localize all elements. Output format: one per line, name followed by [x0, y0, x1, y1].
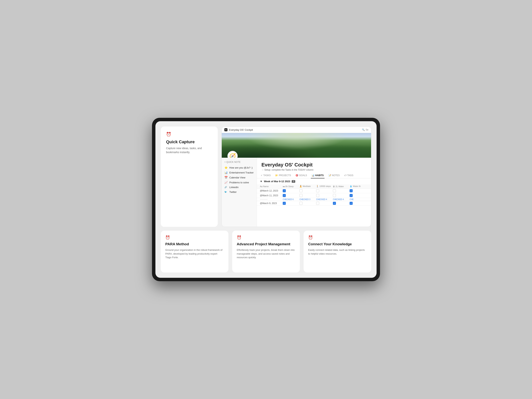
connect-knowledge-title: Connect Your Knowledge — [308, 242, 367, 246]
checkbox-empty-icon[interactable] — [299, 202, 303, 205]
compass-icon: 🧭 — [228, 151, 238, 158]
notion-page-breadcrumb: Everyday OS' Cockpit — [229, 128, 253, 131]
sleep-cell[interactable]: ✓ — [283, 189, 299, 192]
checkbox-empty-icon[interactable] — [333, 194, 336, 197]
week-count-badge: 7 — [292, 180, 295, 183]
waterth-cell[interactable]: ✓ — [350, 189, 366, 192]
sidebar-item-label: Twitter — [229, 190, 237, 193]
col-header-water: 🗑 2L Water — [333, 185, 350, 188]
notion-header: N Everyday OS' Cockpit 🔍 Se — [222, 127, 371, 133]
para-method-card: ⏰ PARA Method Ground your organization i… — [161, 231, 228, 272]
page-title: Everyday OS' Cockpit — [261, 162, 367, 168]
checkbox-checked-icon[interactable]: ✓ — [283, 194, 286, 197]
checkbox-checked-icon[interactable]: ✓ — [350, 189, 353, 192]
col-header-waterth: 💧 Water th — [350, 185, 366, 188]
para-title: PARA Method — [165, 242, 224, 246]
sidebar-item-how-are-you[interactable]: ⭐ How are you @Jo? :) — [222, 165, 257, 170]
tab-tags[interactable]: 🏷 TAGS — [343, 173, 354, 178]
trending-icon: 📈 — [224, 181, 228, 184]
tab-tasks[interactable]: ✓ TASKS — [260, 173, 271, 178]
tab-projects[interactable]: 📁 PROJECTS — [274, 173, 292, 178]
project-management-card: ⏰ Advanced Project Management Effortless… — [232, 231, 300, 272]
sleep-cell[interactable]: ✓ — [283, 194, 299, 197]
goals-target-icon: 🎯 — [295, 174, 298, 177]
checkbox-checked-icon[interactable]: ✓ — [350, 202, 353, 205]
sidebar-item-problems-to-solve[interactable]: 📈 Problems to solve — [222, 180, 257, 185]
sidebar-item-twitter[interactable]: 🐦 Twitter — [222, 190, 257, 194]
checkbox-empty-icon[interactable] — [316, 202, 319, 205]
notion-main-content: Everyday OS' Cockpit → Setup: complete t… — [257, 158, 371, 227]
notion-logo-icon: N — [224, 128, 228, 131]
habits-chart-icon: 📊 — [312, 174, 314, 177]
notion-tabs: ✓ TASKS 📁 PROJECTS 🎯 GOALS — [257, 173, 371, 178]
bottom-feature-cards: ⏰ PARA Method Ground your organization i… — [161, 231, 371, 272]
checkbox-empty-icon[interactable] — [299, 189, 303, 192]
waterth-cell[interactable]: ✓ — [350, 202, 366, 205]
notion-hero-image: 🧭 — [222, 133, 371, 158]
meditate-cell[interactable] — [299, 194, 316, 197]
tab-goals[interactable]: 🎯 GOALS — [295, 173, 308, 178]
table-row: @March 12, 2023 ✓ — [257, 189, 371, 193]
linkedin-icon: 🔗 — [224, 186, 228, 189]
checkbox-empty-icon[interactable] — [316, 194, 319, 197]
week-label: Week of Mar 6-12 2023 — [264, 180, 290, 183]
checkbox-empty-icon[interactable] — [299, 194, 303, 197]
checkbox-checked-icon[interactable]: ✓ — [333, 202, 336, 205]
meditate-cell[interactable] — [299, 189, 316, 192]
checked-meditate-label: CHECKED 3 — [299, 198, 316, 200]
sidebar-item-calendar-view[interactable]: 📅 Calendar View — [222, 175, 257, 180]
col-header-meditate: 🧘 Meditate — [299, 185, 316, 188]
notion-search[interactable]: 🔍 Se — [362, 128, 368, 131]
sleep-cell[interactable]: ✓ — [283, 202, 299, 205]
waterth-cell[interactable]: ✓ — [350, 194, 366, 197]
checkbox-empty-icon[interactable] — [333, 189, 336, 192]
habits-table: ▼ Week of Mar 6-12 2023 7 Aa Name 🛏 8h S… — [257, 178, 371, 227]
empty-cell — [260, 199, 283, 200]
quick-note-button[interactable]: + QUICK NOTE — [222, 160, 257, 164]
para-desc: Ground your organization in the robust f… — [165, 248, 224, 259]
meditate-cell[interactable] — [299, 202, 316, 205]
connect-knowledge-desc: Easily connect related data, such as lin… — [308, 248, 367, 256]
water-cell[interactable]: ✓ — [333, 202, 350, 205]
tags-label-icon: 🏷 — [344, 174, 347, 177]
checkbox-checked-icon[interactable]: ✓ — [283, 189, 286, 192]
tasks-checkmark-icon: ✓ — [261, 174, 263, 177]
sidebar-item-entertainment-tracker[interactable]: 📊 Entertainment Tracker — [222, 170, 257, 175]
checkbox-empty-icon[interactable] — [316, 189, 319, 192]
steps-cell[interactable] — [316, 202, 333, 205]
quick-capture-desc: Capture new ideas, tasks, and bookmarks … — [166, 146, 212, 154]
notion-panel: N Everyday OS' Cockpit 🔍 Se 🧭 — [222, 127, 371, 227]
calendar-icon: 📅 — [224, 176, 228, 179]
device-frame: ⏰ Quick Capture Capture new ideas, tasks… — [152, 118, 380, 281]
tab-notes[interactable]: 📝 NOTES — [328, 173, 341, 178]
connect-knowledge-icon: ⏰ — [308, 235, 367, 240]
star-icon: ⭐ — [224, 166, 228, 169]
quick-capture-icon: ⏰ — [166, 132, 212, 137]
water-cell[interactable] — [333, 194, 350, 197]
checked-waterth-label: CHE — [350, 198, 366, 200]
notion-content-area: + QUICK NOTE ⭐ How are you @Jo? :) 📊 Ent… — [222, 158, 371, 227]
device-screen: ⏰ Quick Capture Capture new ideas, tasks… — [155, 121, 377, 278]
steps-cell[interactable] — [316, 189, 333, 192]
checkbox-checked-icon[interactable]: ✓ — [283, 202, 286, 205]
quick-capture-card: ⏰ Quick Capture Capture new ideas, tasks… — [161, 127, 218, 227]
tab-habits[interactable]: 📊 HABITS — [311, 173, 324, 178]
sidebar-item-label: Entertainment Tracker — [229, 171, 254, 174]
top-row: ⏰ Quick Capture Capture new ideas, tasks… — [161, 127, 371, 227]
connect-knowledge-card: ⏰ Connect Your Knowledge Easily connect … — [304, 231, 371, 272]
table-row: @March 9, 2023 ✓ — [257, 201, 371, 206]
para-icon: ⏰ — [165, 235, 224, 240]
col-header-sleep: 🛏 8h Sleep — [283, 185, 299, 188]
col-header-steps: 🚶 10000 steps — [316, 185, 333, 188]
table-header-row: Aa Name 🛏 8h Sleep 🧘 Meditate 🚶 10000 st… — [257, 184, 371, 189]
table-row: @March 11, 2023 ✓ — [257, 193, 371, 198]
checkbox-checked-icon[interactable]: ✓ — [350, 194, 353, 197]
notion-header-left: N Everyday OS' Cockpit — [224, 128, 253, 131]
steps-cell[interactable] — [316, 194, 333, 197]
water-cell[interactable] — [333, 189, 350, 192]
sidebar-item-linkedin[interactable]: 🔗 Linkedin — [222, 185, 257, 190]
notion-sidebar: + QUICK NOTE ⭐ How are you @Jo? :) 📊 Ent… — [222, 158, 257, 227]
project-mgmt-title: Advanced Project Management — [237, 242, 295, 246]
date-cell: @March 12, 2023 — [260, 190, 283, 192]
project-mgmt-icon: ⏰ — [237, 235, 295, 240]
